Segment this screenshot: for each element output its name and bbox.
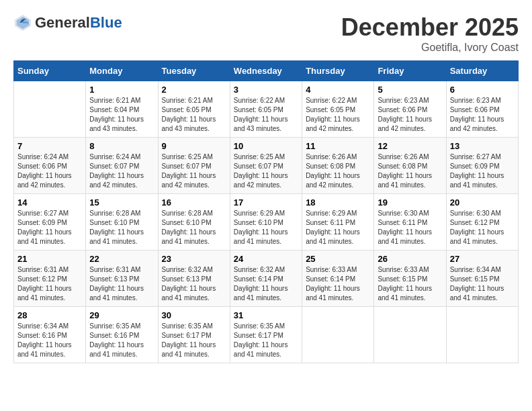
day-number: 27 <box>450 254 515 264</box>
day-number: 31 <box>234 310 298 320</box>
day-info: Sunrise: 6:34 AMSunset: 6:15 PMDaylight:… <box>450 265 515 303</box>
calendar-cell: 7Sunrise: 6:24 AMSunset: 6:06 PMDaylight… <box>14 138 86 194</box>
day-number: 26 <box>378 254 442 264</box>
day-info: Sunrise: 6:25 AMSunset: 6:07 PMDaylight:… <box>162 152 226 190</box>
calendar-week-row: 1Sunrise: 6:21 AMSunset: 6:04 PMDaylight… <box>14 81 519 138</box>
logo-icon <box>13 13 32 32</box>
calendar-cell: 21Sunrise: 6:31 AMSunset: 6:12 PMDayligh… <box>14 250 86 307</box>
day-number: 16 <box>162 197 226 208</box>
calendar-cell: 26Sunrise: 6:33 AMSunset: 6:15 PMDayligh… <box>374 250 446 307</box>
calendar-cell: 8Sunrise: 6:24 AMSunset: 6:07 PMDaylight… <box>86 138 158 194</box>
day-number: 19 <box>378 197 442 208</box>
col-monday: Monday <box>86 61 158 81</box>
day-info: Sunrise: 6:27 AMSunset: 6:09 PMDaylight:… <box>17 209 82 246</box>
day-number: 13 <box>450 141 515 151</box>
day-info: Sunrise: 6:26 AMSunset: 6:08 PMDaylight:… <box>306 152 370 190</box>
day-info: Sunrise: 6:23 AMSunset: 6:06 PMDaylight:… <box>450 96 515 134</box>
location-subtitle: Goetifla, Ivory Coast <box>341 42 519 54</box>
day-info: Sunrise: 6:28 AMSunset: 6:10 PMDaylight:… <box>162 209 226 246</box>
day-number: 20 <box>450 197 515 208</box>
day-number: 2 <box>162 85 226 95</box>
day-number: 11 <box>306 141 370 151</box>
day-info: Sunrise: 6:30 AMSunset: 6:11 PMDaylight:… <box>378 209 442 246</box>
day-info: Sunrise: 6:35 AMSunset: 6:16 PMDaylight:… <box>89 322 154 359</box>
day-number: 28 <box>17 310 82 320</box>
day-number: 12 <box>378 141 442 151</box>
day-info: Sunrise: 6:29 AMSunset: 6:10 PMDaylight:… <box>234 209 298 246</box>
day-number: 29 <box>89 310 154 320</box>
page-header: GeneralBlue December 2025 Goetifla, Ivor… <box>13 13 519 54</box>
day-info: Sunrise: 6:22 AMSunset: 6:05 PMDaylight:… <box>234 96 298 134</box>
day-number: 5 <box>378 85 442 95</box>
day-number: 15 <box>89 197 154 208</box>
day-number: 30 <box>162 310 226 320</box>
day-number: 3 <box>234 85 298 95</box>
title-area: December 2025 Goetifla, Ivory Coast <box>341 13 519 54</box>
day-info: Sunrise: 6:24 AMSunset: 6:07 PMDaylight:… <box>89 152 154 190</box>
calendar-cell <box>14 81 86 138</box>
calendar-cell: 11Sunrise: 6:26 AMSunset: 6:08 PMDayligh… <box>302 138 374 194</box>
calendar-cell: 31Sunrise: 6:35 AMSunset: 6:17 PMDayligh… <box>230 307 302 363</box>
day-info: Sunrise: 6:31 AMSunset: 6:13 PMDaylight:… <box>89 265 154 303</box>
calendar-cell: 13Sunrise: 6:27 AMSunset: 6:09 PMDayligh… <box>446 138 518 194</box>
day-info: Sunrise: 6:33 AMSunset: 6:15 PMDaylight:… <box>378 265 442 303</box>
col-friday: Friday <box>374 61 446 81</box>
calendar-cell: 1Sunrise: 6:21 AMSunset: 6:04 PMDaylight… <box>86 81 158 138</box>
day-number: 10 <box>234 141 298 151</box>
calendar-cell: 22Sunrise: 6:31 AMSunset: 6:13 PMDayligh… <box>86 250 158 307</box>
calendar-week-row: 28Sunrise: 6:34 AMSunset: 6:16 PMDayligh… <box>14 307 519 363</box>
day-info: Sunrise: 6:31 AMSunset: 6:12 PMDaylight:… <box>17 265 82 303</box>
day-number: 18 <box>306 197 370 208</box>
day-info: Sunrise: 6:21 AMSunset: 6:04 PMDaylight:… <box>89 96 154 134</box>
calendar-cell: 9Sunrise: 6:25 AMSunset: 6:07 PMDaylight… <box>158 138 230 194</box>
calendar-cell: 30Sunrise: 6:35 AMSunset: 6:17 PMDayligh… <box>158 307 230 363</box>
calendar-cell: 29Sunrise: 6:35 AMSunset: 6:16 PMDayligh… <box>86 307 158 363</box>
calendar-cell: 10Sunrise: 6:25 AMSunset: 6:07 PMDayligh… <box>230 138 302 194</box>
day-info: Sunrise: 6:22 AMSunset: 6:05 PMDaylight:… <box>306 96 370 134</box>
month-title: December 2025 <box>341 13 519 42</box>
col-tuesday: Tuesday <box>158 61 230 81</box>
day-info: Sunrise: 6:34 AMSunset: 6:16 PMDaylight:… <box>17 322 82 359</box>
day-number: 21 <box>17 254 82 264</box>
calendar-cell: 2Sunrise: 6:21 AMSunset: 6:05 PMDaylight… <box>158 81 230 138</box>
calendar-cell <box>302 307 374 363</box>
calendar-cell: 20Sunrise: 6:30 AMSunset: 6:12 PMDayligh… <box>446 194 518 250</box>
day-number: 22 <box>89 254 154 264</box>
day-number: 6 <box>450 85 515 95</box>
day-info: Sunrise: 6:21 AMSunset: 6:05 PMDaylight:… <box>162 96 226 134</box>
day-info: Sunrise: 6:24 AMSunset: 6:06 PMDaylight:… <box>17 152 82 190</box>
col-thursday: Thursday <box>302 61 374 81</box>
logo: GeneralBlue <box>13 13 122 32</box>
day-info: Sunrise: 6:35 AMSunset: 6:17 PMDaylight:… <box>162 322 226 359</box>
day-number: 7 <box>17 141 82 151</box>
col-saturday: Saturday <box>446 61 518 81</box>
day-info: Sunrise: 6:27 AMSunset: 6:09 PMDaylight:… <box>450 152 515 190</box>
col-wednesday: Wednesday <box>230 61 302 81</box>
calendar-cell: 3Sunrise: 6:22 AMSunset: 6:05 PMDaylight… <box>230 81 302 138</box>
logo-text: GeneralBlue <box>35 15 122 31</box>
calendar-cell: 16Sunrise: 6:28 AMSunset: 6:10 PMDayligh… <box>158 194 230 250</box>
calendar-cell: 28Sunrise: 6:34 AMSunset: 6:16 PMDayligh… <box>14 307 86 363</box>
day-info: Sunrise: 6:32 AMSunset: 6:14 PMDaylight:… <box>234 265 298 303</box>
calendar-cell: 6Sunrise: 6:23 AMSunset: 6:06 PMDaylight… <box>446 81 518 138</box>
day-number: 8 <box>89 141 154 151</box>
day-number: 17 <box>234 197 298 208</box>
calendar-cell <box>446 307 518 363</box>
calendar-cell: 19Sunrise: 6:30 AMSunset: 6:11 PMDayligh… <box>374 194 446 250</box>
calendar-table: Sunday Monday Tuesday Wednesday Thursday… <box>13 60 519 363</box>
day-info: Sunrise: 6:35 AMSunset: 6:17 PMDaylight:… <box>234 322 298 359</box>
calendar-cell: 18Sunrise: 6:29 AMSunset: 6:11 PMDayligh… <box>302 194 374 250</box>
day-info: Sunrise: 6:29 AMSunset: 6:11 PMDaylight:… <box>306 209 370 246</box>
day-number: 1 <box>89 85 154 95</box>
calendar-week-row: 21Sunrise: 6:31 AMSunset: 6:12 PMDayligh… <box>14 250 519 307</box>
day-number: 24 <box>234 254 298 264</box>
day-info: Sunrise: 6:25 AMSunset: 6:07 PMDaylight:… <box>234 152 298 190</box>
day-number: 9 <box>162 141 226 151</box>
day-number: 4 <box>306 85 370 95</box>
calendar-cell: 12Sunrise: 6:26 AMSunset: 6:08 PMDayligh… <box>374 138 446 194</box>
day-number: 14 <box>17 197 82 208</box>
calendar-week-row: 7Sunrise: 6:24 AMSunset: 6:06 PMDaylight… <box>14 138 519 194</box>
calendar-cell: 23Sunrise: 6:32 AMSunset: 6:13 PMDayligh… <box>158 250 230 307</box>
calendar-header-row: Sunday Monday Tuesday Wednesday Thursday… <box>14 61 519 81</box>
day-info: Sunrise: 6:30 AMSunset: 6:12 PMDaylight:… <box>450 209 515 246</box>
